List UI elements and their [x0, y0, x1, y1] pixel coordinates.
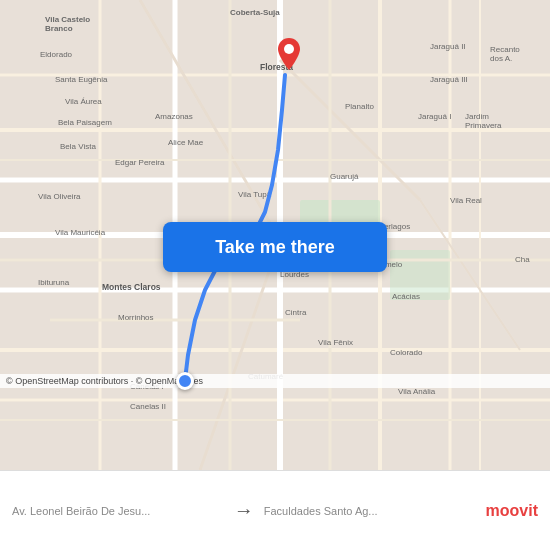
map-attribution: © OpenStreetMap contributors · © OpenMap…	[0, 374, 550, 388]
footer-from: Av. Leonel Beirão De Jesu...	[12, 505, 224, 517]
svg-point-26	[284, 44, 294, 54]
take-me-there-button[interactable]: Take me there	[163, 222, 387, 272]
map-container: Vila CasteloBranco Coberta-Suja Eldorado…	[0, 0, 550, 470]
moovit-text: moovit	[486, 502, 538, 520]
from-label: Av. Leonel Beirão De Jesu...	[12, 505, 212, 517]
svg-rect-19	[390, 250, 450, 300]
destination-pin	[278, 38, 300, 74]
arrow-icon: →	[234, 499, 254, 522]
footer-to: Faculdades Santo Ag...	[264, 505, 476, 517]
origin-dot	[176, 372, 194, 390]
moovit-logo: moovit	[476, 502, 538, 520]
attribution-text: © OpenStreetMap contributors · © OpenMap…	[6, 376, 203, 386]
to-label: Faculdades Santo Ag...	[264, 505, 464, 517]
footer-bar: Av. Leonel Beirão De Jesu... → Faculdade…	[0, 470, 550, 550]
